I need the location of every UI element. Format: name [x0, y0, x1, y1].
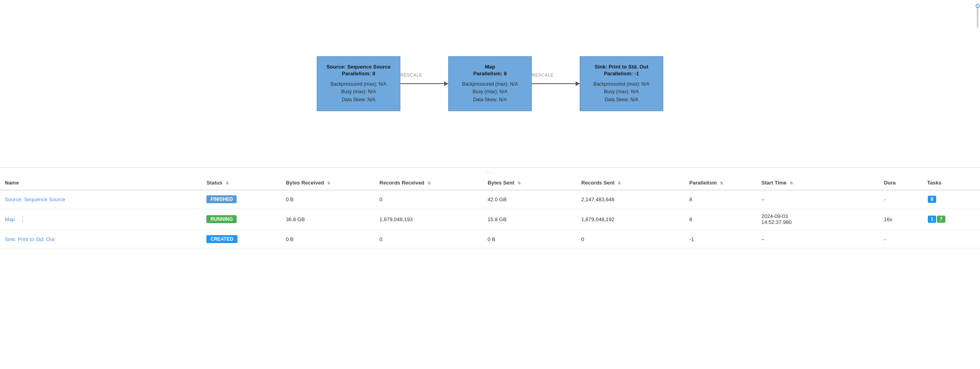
row-0-status: FINISHED [202, 190, 281, 208]
sort-icon-bytes-sent: ⇅ [517, 181, 521, 185]
col-header-tasks[interactable]: Tasks [922, 176, 980, 190]
sort-icon-parallelism: ⇅ [720, 181, 723, 185]
row-1-name: Map⋮ [0, 208, 202, 230]
table-row: Sink: Print to Std. OutCREATED0 B00 B0-1… [0, 230, 980, 248]
connector-2-label: RESCALE [532, 73, 554, 77]
col-header-start-time[interactable]: Start Time ⇅ [757, 176, 879, 190]
arrow-right-2 [576, 81, 580, 86]
row-1-records-received: 1,879,048,193 [375, 208, 483, 230]
row-2-start-time: – [757, 230, 879, 248]
row-2-name-link[interactable]: Sink: Print to Std. Out [5, 236, 55, 242]
row-0-records-received: 0 [375, 190, 483, 208]
col-header-status[interactable]: Status ⇅ [202, 176, 281, 190]
node-map-parallelism: Parallelism: 8 [457, 71, 523, 77]
row-0-duration: - [879, 190, 923, 208]
row-1-records-sent: 1,879,048,192 [576, 208, 684, 230]
sort-icon-bytes-recv: ⇅ [327, 181, 330, 185]
diagram-area: Source: Sequence Source Parallelism: 8 B… [0, 0, 980, 167]
node-sink[interactable]: Sink: Print to Std. Out Parallelism: -1 … [580, 56, 663, 111]
row-0-name: Source: Sequence Source [0, 190, 202, 208]
arrow-right-1 [444, 81, 448, 86]
row-1-bytes-received: 36.8 GB [281, 208, 374, 230]
connector-1-label: RESCALE [400, 73, 422, 77]
flow-container: Source: Sequence Source Parallelism: 8 B… [317, 56, 663, 111]
row-1-duration: 16s [879, 208, 923, 230]
row-2-tasks [922, 230, 980, 248]
row-2-records-received: 0 [375, 230, 483, 248]
row-1-task-badge: 1 [928, 216, 936, 223]
node-source[interactable]: Source: Sequence Source Parallelism: 8 B… [317, 56, 400, 111]
col-header-bytes-received[interactable]: Bytes Received ⇅ [281, 176, 374, 190]
sort-icon-rec-recv: ⇅ [427, 181, 431, 185]
jobs-table: Name Status ⇅ Bytes Received ⇅ Records R… [0, 176, 980, 248]
row-2-duration: - [879, 230, 923, 248]
sort-icon-start-time: ⇅ [790, 181, 793, 185]
table-header-row: Name Status ⇅ Bytes Received ⇅ Records R… [0, 176, 980, 190]
sort-icon-rec-sent: ⇅ [617, 181, 621, 185]
row-1-tasks: 17 [922, 208, 980, 230]
row-2-status-badge: CREATED [206, 235, 237, 243]
row-2-records-sent: 0 [576, 230, 684, 248]
node-sink-parallelism: Parallelism: -1 [588, 71, 655, 77]
node-source-title: Source: Sequence Source [325, 64, 392, 70]
row-0-name-link[interactable]: Source: Sequence Source [5, 196, 65, 202]
connector-2: RESCALE [532, 80, 580, 88]
row-1-start-time: 2024-09-03 14:52:37.980 [757, 208, 879, 230]
node-map[interactable]: Map Parallelism: 8 Backpressured (max): … [448, 56, 532, 111]
row-1-status: RUNNING [202, 208, 281, 230]
scrollbar-thumb[interactable] [977, 4, 978, 28]
row-2-status: CREATED [202, 230, 281, 248]
scrollbar[interactable] [975, 0, 980, 167]
node-sink-title: Sink: Print to Std. Out [588, 64, 655, 70]
table-row: Source: Sequence SourceFINISHED0 B042.0 … [0, 190, 980, 208]
row-1-name-link[interactable]: Map [5, 216, 15, 222]
row-0-bytes-received: 0 B [281, 190, 374, 208]
col-header-duration[interactable]: Dura [879, 176, 923, 190]
table-area: ... Name Status ⇅ Bytes Received ⇅ Recor… [0, 167, 980, 248]
row-2-bytes-received: 0 B [281, 230, 374, 248]
more-dots-header: ... [0, 168, 980, 174]
connector-1: RESCALE [400, 80, 448, 88]
table-row: Map⋮RUNNING36.8 GB1,879,048,19315.8 GB1,… [0, 208, 980, 230]
row-0-records-sent: 2,147,483,648 [576, 190, 684, 208]
node-sink-stats: Backpressured (max): N/A Busy (max): N/A… [588, 80, 655, 104]
node-source-parallelism: Parallelism: 8 [325, 71, 392, 77]
col-header-records-sent[interactable]: Records Sent ⇅ [576, 176, 684, 190]
node-map-stats: Backpressured (max): N/A Busy (max): N/A… [457, 80, 523, 104]
node-map-title: Map [457, 64, 523, 70]
row-2-name: Sink: Print to Std. Out [0, 230, 202, 248]
row-1-status-badge: RUNNING [206, 215, 237, 223]
scrollbar-dot [976, 4, 980, 8]
row-0-status-badge: FINISHED [206, 195, 237, 203]
row-2-parallelism: -1 [684, 230, 757, 248]
node-source-stats: Backpressured (max): N/A Busy (max): N/A… [325, 80, 392, 104]
row-0-start-time: – [757, 190, 879, 208]
row-0-parallelism: 8 [684, 190, 757, 208]
row-1-more-button[interactable]: ⋮ [17, 215, 28, 224]
row-1-parallelism: 8 [684, 208, 757, 230]
row-0-bytes-sent: 42.0 GB [483, 190, 576, 208]
row-1-task-badge: 7 [937, 216, 945, 223]
row-1-bytes-sent: 15.8 GB [483, 208, 576, 230]
row-2-bytes-sent: 0 B [483, 230, 576, 248]
col-header-bytes-sent[interactable]: Bytes Sent ⇅ [483, 176, 576, 190]
row-0-task-badge: 8 [928, 196, 936, 203]
col-header-name[interactable]: Name [0, 176, 202, 190]
col-header-parallelism[interactable]: Parallelism ⇅ [684, 176, 757, 190]
row-0-tasks: 8 [922, 190, 980, 208]
col-header-records-received[interactable]: Records Received ⇅ [375, 176, 483, 190]
sort-icon-status: ⇅ [225, 181, 229, 185]
